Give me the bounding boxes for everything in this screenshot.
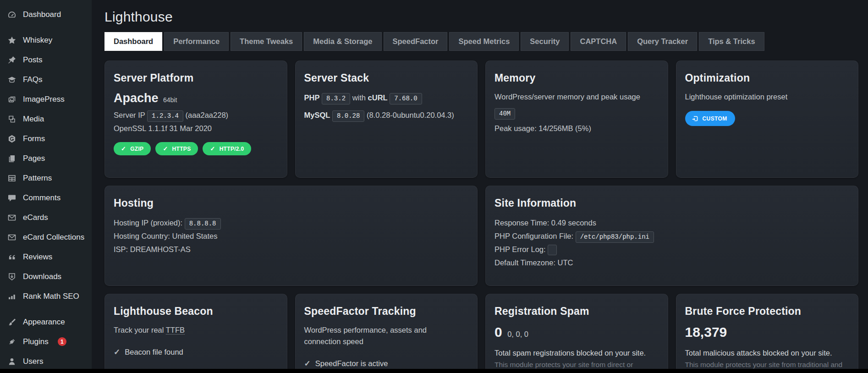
server-ip-label: Server IP xyxy=(114,111,145,119)
sidebar-item-appearance[interactable]: Appearance xyxy=(0,312,92,332)
sidebar-item-label: Plugins xyxy=(23,337,49,346)
sidebar-item-label: Posts xyxy=(23,55,43,65)
envelope-icon xyxy=(7,233,17,242)
check-icon: ✓ xyxy=(210,145,215,152)
badge-label: GZIP xyxy=(130,146,143,152)
sidebar-item-ecards[interactable]: eCards xyxy=(0,208,92,227)
sidebar-item-ecard-collections[interactable]: eCard Collections xyxy=(0,227,92,247)
optimization-description: Lighthouse optimization preset xyxy=(685,91,849,103)
beacon-description: Track your real TTFB xyxy=(114,324,278,336)
hosting-ip-line: Hosting IP (proxied): 8.8.8.8 xyxy=(114,216,468,230)
sidebar-item-reviews[interactable]: Reviews xyxy=(0,247,92,267)
gzip-badge: ✓ GZIP xyxy=(114,142,151,155)
sidebar-item-label: Pages xyxy=(23,154,45,163)
dashboard-cards-grid: Server Platform Apache 64bit Server IP 1… xyxy=(104,60,858,373)
card-site-information: Site Information Response Time: 0.49 sec… xyxy=(485,186,858,286)
mysql-note: (8.0.28-0ubuntu0.20.04.3) xyxy=(367,111,454,119)
openssl-line: OpenSSL 1.1.1f 31 Mar 2020 xyxy=(114,122,278,135)
sidebar-item-users[interactable]: Users xyxy=(0,351,92,371)
media-icon xyxy=(7,115,17,124)
hosting-isp-line: ISP: DREAMHOST-AS xyxy=(114,243,468,256)
php-config-label: PHP Configuration File: xyxy=(494,232,573,240)
sidebar-separator xyxy=(0,306,92,312)
https-badge: ✓ HTTPS xyxy=(155,142,198,155)
card-title: Site Information xyxy=(494,197,849,209)
tab-theme-tweaks[interactable]: Theme Tweaks xyxy=(231,32,302,51)
php-error-log-line: PHP Error Log: xyxy=(494,243,849,256)
sidebar-item-label: Reviews xyxy=(23,252,52,262)
card-memory: Memory WordPress/server memory and peak … xyxy=(485,60,668,178)
tab-dashboard[interactable]: Dashboard xyxy=(104,32,162,51)
graduation-cap-icon xyxy=(7,75,17,84)
sidebar-item-whiskey[interactable]: Whiskey xyxy=(0,30,92,50)
card-registration-spam: Registration Spam 0 0, 0, 0 Total spam r… xyxy=(485,294,668,373)
sidebar-item-posts[interactable]: Posts xyxy=(0,50,92,70)
beacon-description-text: Track your real xyxy=(114,326,164,334)
response-time-line: Response Time: 0.49 seconds xyxy=(494,216,849,230)
sidebar-item-rank-math-seo[interactable]: Rank Math SEO xyxy=(0,286,92,306)
tab-performance[interactable]: Performance xyxy=(164,32,229,51)
server-ip-note: (aaa2aa228) xyxy=(185,111,228,119)
hosting-country-line: Hosting Country: United States xyxy=(114,230,468,243)
sidebar-item-faqs[interactable]: FAQs xyxy=(0,70,92,89)
tab-media-storage[interactable]: Media & Storage xyxy=(304,32,381,51)
sidebar-item-dashboard[interactable]: Dashboard xyxy=(0,5,92,24)
sidebar-separator xyxy=(0,24,92,30)
php-version-value: 8.3.2 xyxy=(322,93,350,104)
pages-icon xyxy=(7,154,17,163)
card-title: Registration Spam xyxy=(494,305,659,318)
check-icon: ✓ xyxy=(114,347,120,357)
card-server-platform: Server Platform Apache 64bit Server IP 1… xyxy=(104,60,287,178)
brute-force-note: This module protects your site from trad… xyxy=(685,360,849,370)
custom-button-label: CUSTOM xyxy=(703,115,727,122)
custom-preset-button[interactable]: CUSTOM xyxy=(685,111,735,126)
quote-icon xyxy=(7,252,17,262)
curl-join: with xyxy=(352,93,366,102)
beacon-status-line: ✓ Beacon file found xyxy=(114,347,278,357)
speedfactor-description: WordPress performance, assets and connec… xyxy=(304,324,442,347)
sidebar-item-label: eCard Collections xyxy=(23,233,84,242)
php-line: PHP 8.3.2 with cURL 7.68.0 xyxy=(304,91,468,104)
mysql-label: MySQL xyxy=(304,111,330,119)
sidebar-item-label: ImagePress xyxy=(23,95,65,104)
tab-query-tracker[interactable]: Query Tracker xyxy=(628,32,697,51)
check-icon: ✓ xyxy=(163,145,168,152)
check-icon: ✓ xyxy=(304,359,311,368)
curl-label: cURL xyxy=(368,93,388,102)
brute-force-count-line: 18,379 xyxy=(685,324,849,340)
tab-security[interactable]: Security xyxy=(521,32,569,51)
sidebar-item-label: Appearance xyxy=(23,318,65,327)
platform-line: Apache 64bit xyxy=(114,91,278,105)
pushpin-icon xyxy=(7,55,17,65)
sidebar-item-label: Media xyxy=(23,115,44,124)
plugin-icon xyxy=(7,337,17,346)
php-label: PHP xyxy=(304,93,320,102)
tab-captcha[interactable]: CAPTCHA xyxy=(571,32,626,51)
sidebar-item-label: FAQs xyxy=(23,75,43,84)
sidebar-item-imagepress[interactable]: ImagePress xyxy=(0,89,92,109)
admin-sidebar: Dashboard Whiskey Posts FAQs Image xyxy=(0,0,92,373)
table-icon xyxy=(7,174,17,183)
tab-speedfactor[interactable]: SpeedFactor xyxy=(384,32,448,51)
memory-limit-value: 40M xyxy=(494,108,515,120)
sidebar-item-media[interactable]: Media xyxy=(0,109,92,129)
card-lighthouse-beacon: Lighthouse Beacon Track your real TTFB ✓… xyxy=(104,294,287,373)
tab-tips-tricks[interactable]: Tips & Tricks xyxy=(699,32,764,51)
image-icon xyxy=(7,95,17,104)
sidebar-item-pages[interactable]: Pages xyxy=(0,148,92,168)
sidebar-item-forms[interactable]: Forms xyxy=(0,129,92,148)
bar-chart-icon xyxy=(7,292,17,301)
card-title: Optimization xyxy=(685,72,849,84)
sidebar-item-downloads[interactable]: Downloads xyxy=(0,267,92,286)
tab-speed-metrics[interactable]: Speed Metrics xyxy=(449,32,519,51)
card-title: Brute Force Protection xyxy=(685,305,849,318)
sidebar-item-plugins[interactable]: Plugins 1 xyxy=(0,332,92,351)
sidebar-item-label: Patterns xyxy=(23,174,52,183)
sidebar-item-comments[interactable]: Comments xyxy=(0,188,92,208)
card-title: SpeedFactor Tracking xyxy=(304,305,468,318)
sidebar-item-patterns[interactable]: Patterns xyxy=(0,168,92,188)
dashboard-gauge-icon xyxy=(7,10,17,19)
hexagon-icon xyxy=(7,134,17,143)
spam-summary: Total spam registrations blocked on your… xyxy=(494,347,659,358)
hosting-ip-value: 8.8.8.8 xyxy=(185,218,221,230)
